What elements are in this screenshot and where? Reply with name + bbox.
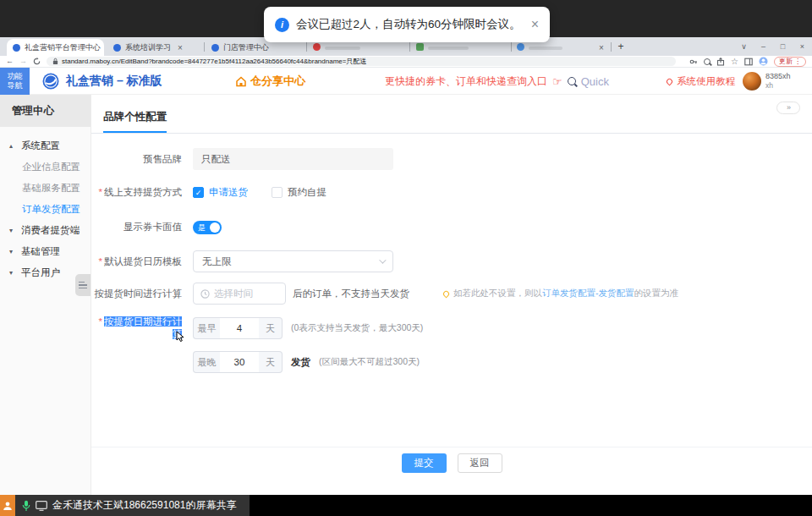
time-input[interactable] bbox=[214, 288, 273, 299]
toggle-on-text: 是 bbox=[198, 222, 206, 233]
check-icon: ✓ bbox=[195, 189, 202, 197]
tutorial-label: 系统使用教程 bbox=[677, 75, 735, 88]
obscured-tab-favicon[interactable] bbox=[517, 43, 524, 51]
latest-days-input[interactable] bbox=[220, 351, 259, 373]
tab-brand-config[interactable]: 品牌个性配置 bbox=[103, 110, 167, 133]
earliest-hint: (0表示支持当天发货，最大300天) bbox=[291, 322, 423, 334]
obscured-tab-title[interactable] bbox=[529, 47, 562, 50]
reload-icon[interactable] bbox=[33, 58, 41, 65]
tab-separator bbox=[204, 42, 205, 52]
sidebar-collapse-handle[interactable] bbox=[75, 274, 91, 296]
main-content: 品牌个性配置 » 预售品牌 *线上支持提货方式 ✓ 申请送货 预约自提 bbox=[91, 95, 812, 495]
side-panel-icon[interactable] bbox=[744, 58, 753, 66]
hint-link[interactable]: 订单发货配置-发货配置 bbox=[542, 288, 634, 298]
browser-tab-1[interactable]: 礼盒营销平台管理中心 × bbox=[7, 39, 104, 56]
lock-icon bbox=[52, 58, 58, 65]
microphone-icon bbox=[22, 500, 30, 512]
forward-icon[interactable]: → bbox=[19, 58, 27, 65]
address-bar-icons: ☆ 更新 ⋮ bbox=[689, 57, 806, 67]
obscured-tab-title[interactable] bbox=[325, 47, 360, 50]
delivery-mode-label: *线上支持提货方式 bbox=[91, 186, 182, 199]
quick-search-entry[interactable]: 更快捷的券卡、订单和快递查询入口 ☞ Quick bbox=[385, 68, 609, 95]
nav-toggle-line1: 功能 bbox=[8, 72, 23, 81]
pin-icon bbox=[666, 77, 674, 85]
obscured-tab-title[interactable] bbox=[428, 47, 469, 50]
latest-days-group: 最晚 天 bbox=[193, 351, 283, 373]
share-icon[interactable] bbox=[716, 58, 725, 66]
presale-brand-label: 预售品牌 bbox=[91, 153, 182, 166]
update-label: 更新 bbox=[779, 57, 793, 66]
url-box[interactable]: standard.maboy.cn/EditBand?brandcode=844… bbox=[47, 57, 676, 66]
calendar-template-select[interactable]: 无上限 bbox=[193, 250, 393, 272]
tutorial-link[interactable]: 系统使用教程 bbox=[667, 68, 735, 95]
zoom-icon[interactable] bbox=[704, 58, 710, 65]
sidebar-item-consumer-pickup[interactable]: ▾ 消费者提货端 bbox=[0, 220, 91, 241]
checkbox-reserve-pickup[interactable] bbox=[272, 187, 283, 198]
chrome-update-button[interactable]: 更新 ⋮ bbox=[774, 57, 806, 67]
window-maximize-button[interactable]: □ bbox=[773, 37, 793, 56]
nav-toggle-line2: 导航 bbox=[8, 81, 23, 91]
submit-button[interactable]: 提交 bbox=[402, 453, 447, 473]
screen-share-icon bbox=[36, 501, 47, 511]
sidebar-menu: ▴ 系统配置 企业信息配置 基础服务配置 订单发货配置 ▾ 消费者提货端 bbox=[0, 127, 91, 283]
chevron-down-icon bbox=[379, 256, 386, 263]
earliest-days-input[interactable] bbox=[220, 317, 259, 339]
sidebar-item-basic-management[interactable]: ▾ 基础管理 bbox=[0, 241, 91, 262]
selected-label-text: 按提货日期进行计算 bbox=[104, 316, 182, 339]
app-title: 礼盒营销 – 标准版 bbox=[66, 74, 162, 89]
obscured-tab-favicon[interactable] bbox=[313, 43, 321, 51]
back-icon[interactable]: ← bbox=[6, 58, 14, 65]
earliest-prefix: 最早 bbox=[193, 317, 220, 339]
profile-avatar-icon[interactable] bbox=[759, 57, 768, 66]
presale-brand-input[interactable] bbox=[193, 148, 393, 170]
sidebar-item-enterprise-info[interactable]: 企业信息配置 bbox=[0, 156, 91, 178]
warehouse-icon bbox=[235, 76, 247, 87]
quick-search-icon bbox=[568, 77, 576, 85]
earliest-days-group: 最早 天 bbox=[193, 317, 283, 339]
form-row-date-calc-earliest: *按提货日期进行计算 最早 天 (0表示支持当天发货，最大300天) bbox=[91, 316, 812, 341]
tab-search-chevron-icon[interactable]: ∨ bbox=[734, 37, 754, 56]
config-form: 预售品牌 *线上支持提货方式 ✓ 申请送货 预约自提 显示券卡面值 bbox=[91, 134, 812, 373]
calendar-selected-value: 无上限 bbox=[202, 255, 232, 268]
sidebar-item-basic-service[interactable]: 基础服务配置 bbox=[0, 178, 91, 199]
sidebar-item-system-config[interactable]: ▴ 系统配置 bbox=[0, 135, 91, 156]
form-row-face-value: 显示券卡面值 是 bbox=[91, 220, 812, 234]
panel-collapse-button[interactable]: » bbox=[776, 102, 800, 114]
user-menu[interactable]: 8385xh xh bbox=[743, 68, 791, 95]
date-calc-label: *按提货日期进行计算 bbox=[91, 316, 182, 341]
back-button[interactable]: 返回 bbox=[458, 453, 502, 473]
sidebar-item-order-shipping[interactable]: 订单发货配置 bbox=[0, 199, 91, 220]
presenter-badge bbox=[0, 495, 15, 516]
window-minimize-button[interactable]: – bbox=[754, 37, 773, 56]
warehouse-share-link[interactable]: 仓分享中心 bbox=[235, 68, 305, 95]
obscured-tab-favicon[interactable] bbox=[416, 43, 424, 51]
function-nav-button[interactable]: 功能 导航 bbox=[0, 68, 30, 95]
menu-dots-icon: ⋮ bbox=[794, 58, 801, 65]
user-avatar bbox=[743, 72, 761, 91]
tab-favicon bbox=[113, 44, 121, 52]
user-sub: xh bbox=[765, 81, 773, 90]
key-icon[interactable] bbox=[689, 58, 698, 66]
new-tab-button[interactable]: + bbox=[614, 41, 628, 54]
triangle-down-icon: ▾ bbox=[9, 248, 21, 255]
face-value-toggle[interactable]: 是 bbox=[193, 221, 222, 234]
calendar-template-label: *默认提货日历模板 bbox=[91, 255, 182, 268]
app-logo bbox=[42, 73, 59, 90]
tab-close-icon[interactable]: × bbox=[599, 43, 604, 52]
app-body: 管理中心 ▴ 系统配置 企业信息配置 基础服务配置 订单发货配置 bbox=[0, 95, 812, 495]
url-text: standard.maboy.cn/EditBand?brandcode=844… bbox=[62, 57, 366, 66]
latest-unit: 天 bbox=[259, 351, 283, 373]
form-row-calendar-template: *默认提货日历模板 无上限 bbox=[91, 250, 812, 272]
bookmark-star-icon[interactable]: ☆ bbox=[731, 58, 738, 66]
checkbox-apply-delivery[interactable]: ✓ bbox=[193, 187, 204, 198]
quick-label: Quick bbox=[581, 75, 609, 88]
toast-message: 会议已超过2人，自动转为60分钟限时会议。 bbox=[296, 17, 521, 32]
window-controls: ∨ – □ × bbox=[734, 37, 812, 56]
triangle-down-icon: ▾ bbox=[9, 227, 21, 234]
tab-close-icon[interactable]: × bbox=[178, 43, 183, 52]
time-picker[interactable] bbox=[193, 283, 286, 305]
toast-close-icon[interactable]: × bbox=[531, 17, 539, 32]
pin-icon bbox=[442, 289, 451, 298]
window-close-button[interactable]: × bbox=[793, 37, 812, 56]
browser-tab-2[interactable]: 系统培训学习 × bbox=[107, 39, 202, 56]
